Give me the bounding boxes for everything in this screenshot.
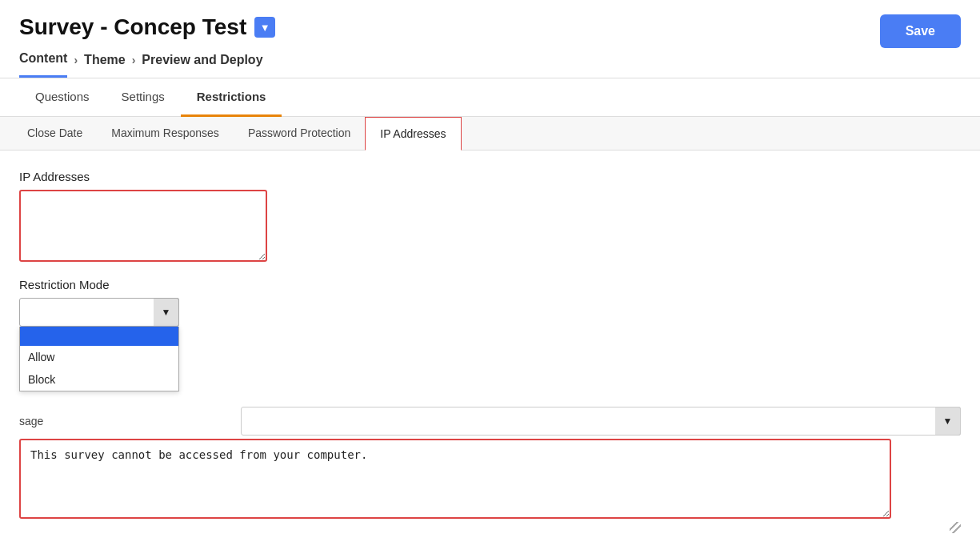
tab-questions[interactable]: Questions — [19, 78, 106, 117]
survey-title-icon[interactable]: ▼ — [254, 17, 275, 38]
custom-message-section: sage ▼ — [19, 407, 961, 533]
ip-addresses-label: IP Addresses — [19, 170, 961, 183]
dropdown-option-block[interactable]: Block — [20, 368, 178, 391]
breadcrumb-sep-1: › — [74, 54, 78, 66]
save-button[interactable]: Save — [880, 14, 961, 48]
custom-message-row: sage ▼ — [19, 407, 961, 436]
message-textarea[interactable] — [19, 439, 891, 519]
sub-tab-ip-addresses[interactable]: IP Addresses — [365, 117, 461, 151]
survey-title: Survey - Concep Test ▼ — [19, 14, 275, 40]
content-area: IP Addresses Restriction Mode ▼ Allow Bl… — [0, 151, 980, 552]
sub-tab-max-responses[interactable]: Maximum Responses — [97, 117, 234, 150]
restriction-mode-label: Restriction Mode — [19, 278, 961, 291]
sub-tabs: Close Date Maximum Responses Password Pr… — [0, 117, 980, 151]
restriction-mode-options: Allow Block — [19, 327, 179, 391]
bottom-row — [19, 522, 961, 533]
sub-tab-close-date[interactable]: Close Date — [13, 117, 97, 150]
breadcrumb-preview[interactable]: Preview and Deploy — [142, 53, 262, 67]
main-tabs: Questions Settings Restrictions — [0, 78, 980, 117]
restriction-mode-wrapper: ▼ — [19, 298, 179, 327]
breadcrumb: Content › Theme › Preview and Deploy — [19, 51, 961, 78]
breadcrumb-theme[interactable]: Theme — [84, 53, 126, 67]
breadcrumb-sep-2: › — [132, 54, 136, 66]
dropdown-option-allow[interactable]: Allow — [20, 346, 178, 368]
custom-message-label: sage — [19, 415, 43, 428]
sub-tab-password[interactable]: Password Protection — [234, 117, 365, 150]
tab-restrictions[interactable]: Restrictions — [181, 78, 282, 117]
tab-settings[interactable]: Settings — [106, 78, 181, 117]
ip-addresses-input[interactable] — [19, 190, 267, 262]
dropdown-blank-option[interactable] — [20, 327, 178, 346]
message-type-dropdown[interactable] — [241, 407, 961, 436]
breadcrumb-content[interactable]: Content — [19, 51, 67, 78]
restriction-mode-input[interactable] — [19, 298, 179, 327]
message-dropdown-wrapper: ▼ — [241, 407, 961, 436]
restriction-mode-dropdown-container: ▼ Allow Block — [19, 298, 179, 327]
resize-handle — [950, 522, 961, 533]
survey-title-text: Survey - Concep Test — [19, 14, 246, 40]
